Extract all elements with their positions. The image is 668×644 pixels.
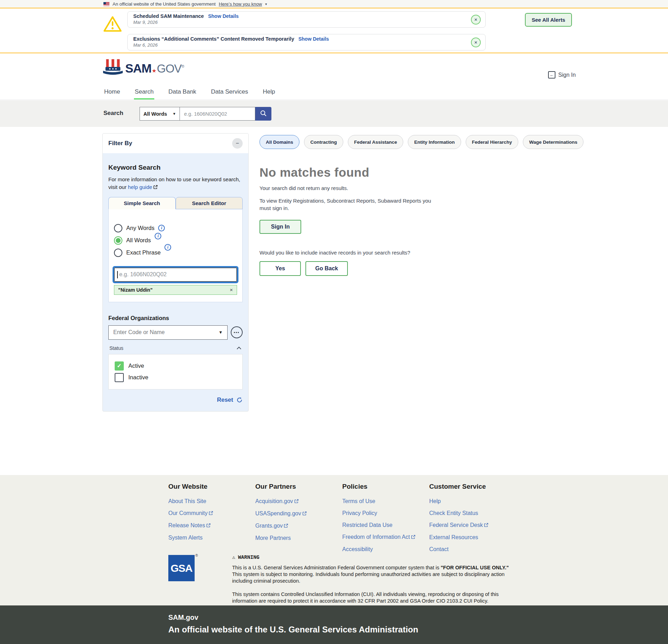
checkbox-inactive[interactable] (115, 373, 124, 382)
footer-link-label: Freedom of Information Act (342, 534, 410, 540)
radio-exact-phrase-label: Exact Phrase (126, 249, 161, 256)
footer-link-more-partners[interactable]: More Partners (255, 535, 342, 541)
federal-org-more-button[interactable]: ••• (231, 326, 243, 338)
gsa-logo-text: GSA (170, 562, 192, 574)
domain-pill-federal-assistance[interactable]: Federal Assistance (348, 135, 404, 149)
warning-title-text: WARNING (238, 554, 259, 560)
show-details-link[interactable]: Show Details (298, 36, 329, 42)
footer-heading: Policies (342, 483, 429, 490)
alert-card: Scheduled SAM Maintenance Show Details M… (127, 11, 486, 28)
alert-close-button[interactable]: × (471, 15, 481, 25)
footer-link-terms-of-use[interactable]: Terms of Use (342, 498, 429, 504)
reset-link[interactable]: Reset (217, 396, 233, 404)
info-icon[interactable]: i (164, 244, 171, 251)
chevron-up-icon[interactable] (236, 346, 242, 350)
site-footer: Our Website About This Site Our Communit… (0, 475, 668, 605)
go-back-button[interactable]: Go Back (305, 261, 348, 276)
minus-icon: − (236, 140, 239, 147)
warning-text: This system is subject to monitoring. In… (232, 571, 505, 584)
search-results: All Domains Contracting Federal Assistan… (259, 135, 554, 276)
footer-link-our-community[interactable]: Our Community (168, 510, 255, 517)
nav-item-data-bank[interactable]: Data Bank (168, 86, 197, 99)
ellipsis-icon: ••• (234, 331, 240, 334)
footer-link-restricted-data-use[interactable]: Restricted Data Use (342, 522, 429, 528)
help-guide-link[interactable]: help guide (128, 184, 152, 190)
footer-link-contact[interactable]: Contact (429, 546, 520, 553)
heres-how-you-know-link[interactable]: Here’s how you know (219, 1, 262, 7)
sign-in-link[interactable]: ← Sign In (548, 71, 576, 79)
chevron-down-icon: ▼ (173, 112, 176, 116)
yes-button[interactable]: Yes (259, 261, 301, 276)
logo-star-icon: ★ (152, 68, 156, 74)
close-icon: × (474, 17, 478, 22)
nav-item-search[interactable]: Search (134, 86, 154, 99)
radio-all-words[interactable] (114, 236, 122, 245)
info-icon[interactable]: i (158, 225, 165, 231)
external-link-icon (294, 498, 299, 505)
footer-column-our-website: Our Website About This Site Our Communit… (168, 483, 255, 558)
federal-organizations-heading: Federal Organizations (108, 315, 243, 321)
footer-link-help[interactable]: Help (429, 498, 520, 504)
warning-text: This is a U.S. General Services Administ… (232, 565, 441, 570)
collapse-filters-button[interactable]: − (232, 138, 243, 149)
footer-heading: Customer Service (429, 483, 520, 490)
footer-link-external-resources[interactable]: External Resources (429, 534, 520, 541)
keyword-search-input[interactable] (114, 267, 237, 282)
federal-org-select[interactable]: Enter Code or Name ▼ (108, 325, 228, 340)
alert-date: Mar 9, 2026 (133, 20, 466, 25)
nav-item-data-services[interactable]: Data Services (210, 86, 249, 99)
gsa-registered-mark: ® (195, 554, 198, 557)
federal-org-placeholder: Enter Code or Name (113, 329, 165, 335)
footer-link-acquisition-gov[interactable]: Acquisition.gov (255, 498, 342, 505)
chip-remove-icon[interactable]: × (230, 287, 233, 293)
footer-link-about-this-site[interactable]: About This Site (168, 498, 255, 504)
search-input[interactable] (180, 107, 255, 121)
refresh-icon[interactable] (236, 397, 243, 403)
sign-in-label: Sign In (558, 72, 576, 78)
alert-title: Exclusions “Additional Comments” Content… (133, 36, 294, 42)
footer-link-release-notes[interactable]: Release Notes (168, 522, 255, 529)
checkbox-active[interactable]: ✓ (115, 361, 124, 371)
footer-link-usaspending-gov[interactable]: USASpending.gov (255, 510, 342, 517)
keyword-search-heading: Keyword Search (108, 164, 243, 171)
nav-item-help[interactable]: Help (262, 86, 276, 99)
footer-link-grants-gov[interactable]: Grants.gov (255, 522, 342, 529)
external-link-icon (284, 523, 288, 529)
main-content: Filter By − Keyword Search For more info… (0, 127, 668, 475)
show-details-link[interactable]: Show Details (208, 13, 238, 19)
domain-pill-all-domains[interactable]: All Domains (259, 135, 299, 149)
footer-link-accessibility[interactable]: Accessibility (342, 546, 429, 553)
domain-pill-federal-hierarchy[interactable]: Federal Hierarchy (466, 135, 518, 149)
footer-link-label: Grants.gov (255, 523, 283, 529)
logo-sam-text: SAM (125, 61, 151, 75)
text-cursor (117, 271, 118, 278)
info-icon[interactable]: i (155, 233, 161, 239)
footer-link-label: Acquisition.gov (255, 498, 293, 504)
site-header: SAM ★ GOV ® ← Sign In (0, 54, 668, 86)
tab-simple-search[interactable]: Simple Search (108, 197, 176, 209)
domain-pill-wage-determinations[interactable]: Wage Determinations (523, 135, 584, 149)
nav-item-home[interactable]: Home (103, 86, 121, 99)
radio-any-words[interactable] (114, 224, 122, 232)
domain-pill-entity-information[interactable]: Entity Information (408, 135, 461, 149)
footer-column-customer-service: Customer Service Help Check Entity Statu… (429, 483, 520, 558)
radio-any-words-label: Any Words (126, 225, 154, 231)
keyword-chip: "Nizam Uddin" × (114, 285, 237, 295)
alert-close-button[interactable]: × (471, 38, 481, 47)
radio-exact-phrase[interactable] (114, 249, 122, 257)
sam-gov-logo[interactable]: SAM ★ GOV ® (103, 59, 184, 78)
domain-pill-contracting[interactable]: Contracting (304, 135, 343, 149)
sign-in-button[interactable]: Sign In (259, 220, 301, 234)
search-submit-button[interactable] (255, 107, 271, 121)
footer-link-privacy-policy[interactable]: Privacy Policy (342, 510, 429, 516)
footer-link-federal-service-desk[interactable]: Federal Service Desk (429, 522, 520, 529)
alerts-section: Scheduled SAM Maintenance Show Details M… (0, 9, 668, 53)
search-mode-select[interactable]: All Words ▼ (140, 107, 180, 121)
tab-search-editor[interactable]: Search Editor (176, 197, 243, 209)
footer-link-check-entity-status[interactable]: Check Entity Status (429, 510, 520, 516)
footer-link-system-alerts[interactable]: System Alerts (168, 534, 255, 541)
see-all-alerts-button[interactable]: See All Alerts (525, 13, 572, 27)
footer-link-foia[interactable]: Freedom of Information Act (342, 534, 429, 541)
bottom-footer-subtitle: An official website of the U.S. General … (168, 625, 418, 635)
footer-link-label: Our Community (168, 510, 208, 516)
